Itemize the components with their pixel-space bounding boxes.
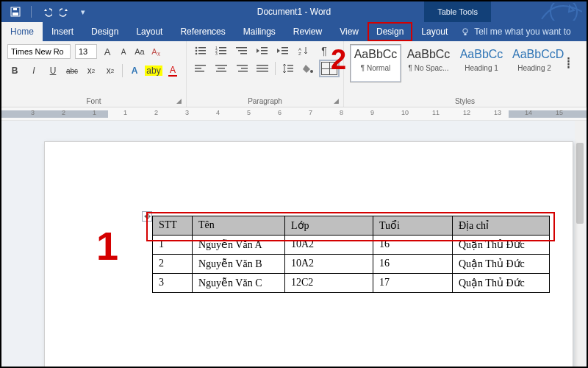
svg-rect-37 [238, 71, 248, 72]
style-heading1[interactable]: AaBbCcHeading 1 [456, 44, 507, 82]
table-header-cell[interactable]: Lớp [285, 216, 373, 236]
svg-rect-38 [257, 65, 268, 66]
ruler-mark: 2 [154, 109, 158, 116]
svg-rect-22 [261, 50, 268, 52]
svg-rect-39 [257, 68, 268, 69]
ruler-mark: 10 [401, 109, 409, 116]
table-header-cell[interactable]: Địa chỉ [453, 216, 550, 236]
svg-rect-18 [236, 47, 247, 49]
grow-font-icon[interactable]: A [101, 46, 113, 57]
ruler-mark: 6 [278, 109, 282, 116]
tab-layout[interactable]: Layout [127, 22, 171, 41]
bold-button[interactable]: B [7, 63, 22, 78]
tab-view[interactable]: View [331, 22, 368, 41]
numbering-button[interactable]: 123 [213, 44, 229, 57]
underline-button[interactable]: U [46, 63, 60, 78]
strikethrough-button[interactable]: abc [65, 63, 79, 78]
svg-point-44 [310, 70, 313, 73]
font-color-button[interactable]: A [165, 63, 180, 78]
document-table[interactable]: STT Tên Lớp Tuổi Địa chỉ 1Nguyễn Văn A10… [152, 216, 550, 293]
table-header-cell[interactable]: STT [153, 216, 193, 236]
show-marks-button[interactable]: ¶ [316, 44, 332, 57]
style-heading2[interactable]: AaBbCcDHeading 2 [509, 44, 560, 82]
font-name-combo[interactable] [7, 44, 71, 59]
svg-point-10 [196, 53, 198, 55]
tab-references[interactable]: References [171, 22, 234, 41]
font-dialog-launcher-icon[interactable]: ◢ [176, 97, 182, 105]
group-styles: AaBbCc¶ Normal AaBbCc¶ No Spac... AaBbCc… [344, 41, 587, 107]
justify-button[interactable] [254, 62, 270, 75]
ruler-mark: 13 [494, 109, 501, 116]
superscript-button[interactable]: x2 [103, 63, 118, 78]
sort-button[interactable]: AZ [295, 44, 312, 57]
ruler-mark: 8 [340, 109, 343, 116]
bullets-button[interactable] [193, 44, 209, 57]
svg-rect-5 [465, 34, 467, 36]
tab-mailings[interactable]: Mailings [234, 22, 284, 41]
font-size-combo[interactable] [75, 44, 97, 59]
redo-icon[interactable] [60, 7, 70, 17]
group-label-styles: Styles [350, 96, 580, 105]
vertical-scrollbar[interactable] [575, 121, 585, 368]
group-font: A A Aa Aᵪ B I U abc x2 x2 A aby A Font◢ [1, 41, 187, 107]
table-tools-tabs: Design Layout [368, 22, 456, 41]
paragraph-dialog-launcher-icon[interactable]: ◢ [334, 97, 339, 105]
decrease-indent-button[interactable] [254, 44, 270, 57]
table-header-row[interactable]: STT Tên Lớp Tuổi Địa chỉ [153, 216, 550, 236]
undo-icon[interactable] [42, 7, 52, 17]
quick-access-toolbar: ▾ [1, 6, 89, 18]
title-decoration [498, 3, 582, 21]
table-header-cell[interactable]: Tuổi [373, 216, 453, 236]
qat-customize-icon[interactable]: ▾ [77, 6, 89, 18]
shrink-font-icon[interactable]: A [118, 46, 129, 57]
tell-me-label: Tell me what you want to [474, 26, 570, 37]
tab-home[interactable]: Home [1, 22, 43, 41]
group-paragraph: 123 AZ ¶ Paragraph◢ [187, 41, 344, 107]
text-effects-button[interactable]: A [127, 63, 142, 78]
svg-point-8 [196, 50, 198, 52]
increase-indent-button[interactable] [275, 44, 291, 57]
clear-formatting-icon[interactable]: Aᵪ [150, 46, 162, 57]
ruler-mark: 5 [247, 109, 251, 116]
ruler-mark: 14 [525, 109, 532, 116]
multilevel-list-button[interactable] [234, 44, 250, 57]
svg-rect-34 [216, 71, 226, 72]
save-icon[interactable] [10, 7, 21, 17]
tab-insert[interactable]: Insert [43, 22, 82, 41]
highlight-button[interactable]: aby [146, 63, 161, 78]
tab-review[interactable]: Review [284, 22, 331, 41]
tab-table-design[interactable]: Design [368, 22, 412, 41]
shading-button[interactable] [301, 62, 317, 75]
style-normal[interactable]: AaBbCc¶ Normal [350, 44, 401, 82]
svg-text:Z: Z [298, 52, 301, 55]
ruler-mark: 3 [185, 109, 189, 116]
table-header-cell[interactable]: Tên [193, 216, 285, 236]
svg-rect-41 [287, 65, 293, 66]
group-label-paragraph: Paragraph◢ [193, 96, 337, 105]
lightbulb-icon [461, 27, 470, 36]
styles-more-icon[interactable]: ⁞ [562, 54, 575, 73]
styles-gallery: AaBbCc¶ Normal AaBbCc¶ No Spac... AaBbCc… [350, 44, 580, 82]
svg-rect-13 [219, 47, 226, 49]
table-row[interactable]: 2Nguyễn Văn B10A216Quận Thủ Đức [153, 255, 550, 274]
table-row[interactable]: 1Nguyễn Văn A10A216Quận Thủ Đức [153, 236, 550, 255]
style-no-spacing[interactable]: AaBbCc¶ No Spac... [403, 44, 454, 82]
title-bar: ▾ Document1 - Word Table Tools [1, 1, 587, 22]
tab-table-layout[interactable]: Layout [412, 22, 456, 41]
ruler-mark: 15 [556, 109, 563, 116]
horizontal-ruler[interactable]: 321123456789101112131415 [1, 107, 587, 121]
italic-button[interactable]: I [26, 63, 41, 78]
table-row[interactable]: 3Nguyễn Văn C12C217Quận Thủ Đức [153, 274, 550, 293]
table-move-handle-icon[interactable]: ✥ [142, 211, 152, 222]
align-right-button[interactable] [234, 62, 250, 75]
svg-rect-33 [218, 68, 225, 69]
align-left-button[interactable] [193, 62, 209, 75]
ruler-mark: 3 [31, 109, 35, 116]
tab-design[interactable]: Design [82, 22, 127, 41]
page[interactable]: 1 ✥ STT Tên Lớp Tuổi Địa chỉ 1Nguyễn Văn… [44, 141, 573, 368]
line-spacing-button[interactable] [280, 62, 296, 75]
subscript-button[interactable]: x2 [84, 63, 98, 78]
align-center-button[interactable] [213, 62, 229, 75]
tell-me-search[interactable]: Tell me what you want to [461, 22, 570, 41]
change-case-icon[interactable]: Aa [134, 46, 146, 57]
